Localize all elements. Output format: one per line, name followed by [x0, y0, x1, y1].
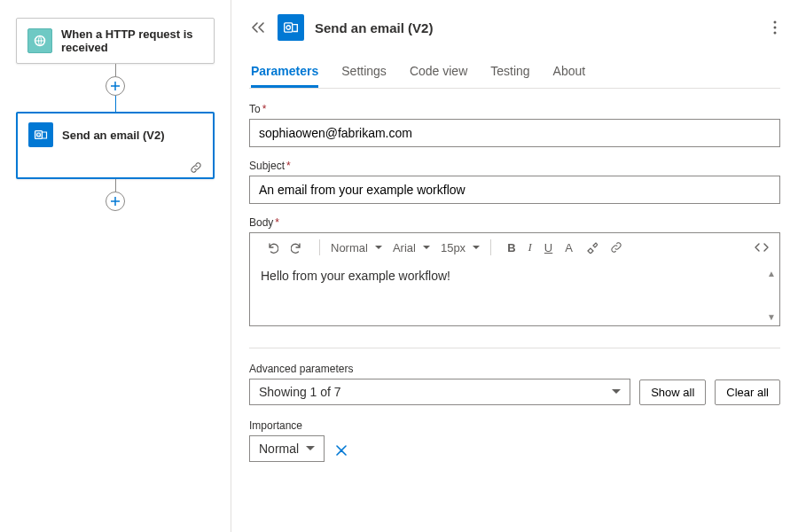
add-step-button-2[interactable] [106, 192, 125, 211]
body-textarea[interactable]: Hello from your example workflow! [250, 262, 779, 325]
body-editor: Normal Arial 15px B I U A Hello from you… [249, 232, 780, 326]
underline-icon[interactable]: U [541, 239, 556, 256]
tab-testing[interactable]: Testing [490, 57, 529, 88]
link-icon [190, 161, 202, 174]
font-color-icon[interactable]: A [561, 239, 576, 256]
connector-2 [16, 179, 215, 211]
undo-icon[interactable] [262, 239, 282, 255]
advanced-label: Advanced parameters [249, 363, 630, 375]
collapse-panel-icon[interactable] [249, 20, 267, 35]
italic-icon[interactable]: I [525, 239, 536, 256]
rich-toolbar: Normal Arial 15px B I U A [250, 233, 779, 262]
node-http-trigger[interactable]: When a HTTP request is received [16, 18, 215, 64]
scroll-up-icon[interactable]: ▲ [767, 269, 776, 278]
connector-1 [16, 64, 215, 112]
panel-title: Send an email (V2) [315, 20, 759, 35]
importance-label: Importance [249, 419, 325, 432]
to-label: To* [249, 103, 780, 115]
font-dropdown[interactable]: Arial [389, 239, 434, 256]
svg-point-7 [774, 27, 777, 29]
node-http-label: When a HTTP request is received [61, 27, 203, 54]
body-label: Body* [249, 216, 780, 229]
node-email-label: Send an email (V2) [62, 129, 165, 142]
bold-icon[interactable]: B [504, 239, 519, 256]
to-input[interactable] [249, 119, 780, 147]
svg-point-8 [774, 32, 777, 35]
tab-code-view[interactable]: Code view [410, 57, 467, 88]
http-icon [27, 28, 52, 53]
divider [249, 348, 780, 348]
size-dropdown[interactable]: 15px [437, 239, 483, 256]
node-send-email[interactable]: Send an email (V2) [16, 112, 215, 179]
add-step-button-1[interactable] [106, 76, 125, 96]
designer-canvas: When a HTTP request is received Send an … [0, 0, 231, 532]
svg-rect-4 [285, 23, 293, 32]
subject-input[interactable] [249, 176, 780, 204]
importance-select[interactable]: Normal [249, 435, 325, 462]
link-icon[interactable] [606, 239, 626, 255]
outlook-icon [278, 14, 304, 41]
tab-settings[interactable]: Settings [341, 57, 387, 88]
outlook-icon [28, 122, 53, 147]
remove-parameter-icon[interactable] [333, 441, 349, 462]
highlight-icon[interactable] [582, 239, 601, 255]
redo-icon[interactable] [287, 239, 307, 255]
more-menu-icon[interactable] [770, 17, 780, 38]
scroll-down-icon[interactable]: ▼ [767, 312, 776, 322]
details-panel: Send an email (V2) Parameters Settings C… [231, 0, 798, 532]
clear-all-button[interactable]: Clear all [715, 379, 780, 405]
show-all-button[interactable]: Show all [639, 379, 706, 405]
code-view-icon[interactable] [751, 239, 772, 255]
subject-label: Subject* [249, 160, 780, 172]
style-dropdown[interactable]: Normal [327, 239, 386, 256]
svg-point-6 [774, 21, 777, 24]
advanced-select[interactable]: Showing 1 of 7 [249, 379, 630, 405]
tab-parameters[interactable]: Parameters [251, 57, 318, 88]
svg-rect-1 [35, 130, 43, 139]
tab-about[interactable]: About [553, 57, 586, 88]
panel-header: Send an email (V2) [249, 14, 780, 41]
svg-point-5 [286, 26, 291, 30]
tab-bar: Parameters Settings Code view Testing Ab… [249, 57, 780, 89]
